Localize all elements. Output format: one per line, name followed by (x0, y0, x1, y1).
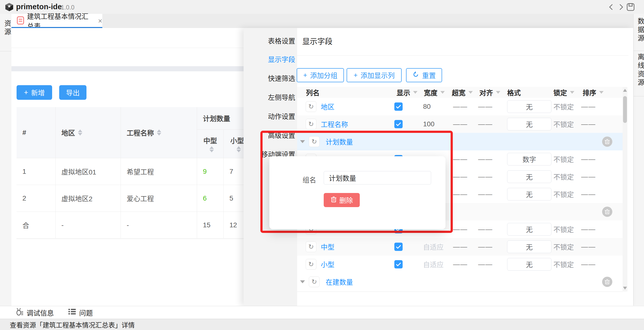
lock-value[interactable]: 不锁定 (554, 221, 574, 238)
format-select[interactable]: 无 (507, 188, 552, 201)
align-value: —— (478, 115, 493, 133)
refresh-icon[interactable]: ↻ (309, 273, 320, 291)
collapse-caret-icon[interactable] (300, 273, 305, 291)
delete-group-icon[interactable] (602, 137, 612, 147)
right-rail-item-offline[interactable]: 离线资源 (636, 53, 644, 87)
format-select[interactable]: 无 (507, 258, 552, 271)
scrollbar-thumb[interactable] (623, 96, 627, 123)
group-name-link[interactable]: 在建数量 (326, 273, 353, 291)
width-value[interactable]: 自适应 (423, 238, 444, 256)
field-name-link[interactable]: 中型 (321, 238, 334, 256)
width-value[interactable]: 100 (423, 115, 434, 133)
fields-header-width[interactable]: 宽度 (424, 87, 445, 98)
field-name-link[interactable]: 工程名称 (321, 115, 348, 133)
lock-value[interactable]: 不锁定 (554, 150, 574, 168)
delete-group-button[interactable]: 删除 (324, 193, 360, 207)
fields-header-show[interactable]: 显示 (396, 87, 418, 98)
overwide-value: —— (453, 115, 468, 133)
debug-info-button[interactable]: 调试信息 (15, 307, 54, 318)
sort-arrows-icon[interactable] (236, 146, 241, 152)
settings-menu-item[interactable]: 高级设置 (246, 130, 295, 140)
lock-value[interactable]: 不锁定 (554, 98, 574, 115)
lock-value[interactable]: 不锁定 (554, 185, 574, 203)
add-button[interactable]: + 新增 (16, 85, 52, 100)
format-select[interactable]: 无 (507, 170, 552, 183)
settings-menu-item[interactable]: 动作设置 (246, 111, 295, 121)
width-value[interactable]: 80 (423, 98, 431, 115)
tab-close-icon[interactable]: × (98, 17, 102, 24)
refresh-icon[interactable]: ↻ (306, 98, 316, 115)
sort-arrows-icon[interactable] (210, 146, 214, 152)
format-select[interactable]: 无 (507, 118, 552, 130)
plus-icon: + (24, 88, 28, 97)
field-name-link[interactable]: 地区 (321, 98, 334, 115)
scroll-up-icon[interactable] (623, 89, 627, 92)
preview-cell-index: 1 (16, 158, 56, 185)
refresh-icon[interactable]: ↻ (306, 115, 316, 133)
add-display-column-button[interactable]: + 添加显示列 (346, 68, 402, 82)
lock-value[interactable]: 不锁定 (554, 115, 574, 133)
sort-arrows-icon[interactable] (78, 129, 82, 136)
group-name-input[interactable]: 计划数量 (324, 171, 431, 184)
show-checkbox[interactable] (394, 256, 402, 273)
filter-caret-icon[interactable] (599, 91, 604, 94)
delete-group-icon[interactable] (602, 207, 612, 217)
preview-cell-project: - (121, 212, 197, 239)
preview-section-gap (12, 66, 244, 71)
delete-group-icon[interactable] (602, 277, 612, 287)
refresh-icon[interactable]: ↻ (306, 256, 316, 273)
sort-arrows-icon[interactable] (157, 129, 161, 136)
preview-col-project[interactable]: 工程名称 (121, 107, 197, 158)
show-checkbox[interactable] (394, 115, 402, 133)
filter-caret-icon[interactable] (440, 91, 445, 94)
settings-menu-item[interactable]: 快速筛选 (246, 73, 295, 83)
scroll-down-icon[interactable] (623, 287, 627, 290)
group-name-link[interactable]: 计划数量 (326, 133, 353, 150)
title-bar: primeton-ide 1.0.0 (0, 0, 644, 14)
export-button[interactable]: 导出 (59, 85, 86, 100)
filter-caret-icon[interactable] (468, 91, 473, 94)
settings-menu-title: 表格设置 (246, 36, 295, 45)
format-select[interactable]: 无 (507, 100, 552, 113)
preview-col-medium[interactable]: 中型 (197, 130, 224, 158)
filter-caret-icon[interactable] (570, 91, 574, 94)
settings-menu-item[interactable]: 左侧导航 (246, 92, 295, 102)
reset-icon (412, 71, 419, 80)
fields-header-sort[interactable]: 排序 (582, 87, 604, 98)
nav-forward-icon[interactable] (617, 3, 625, 11)
tab-summary-table[interactable]: 建筑工程基本情况汇总表 × (12, 14, 102, 28)
field-name-link[interactable]: 小型 (321, 256, 334, 273)
preview-col-region[interactable]: 地区 (56, 107, 121, 158)
format-select[interactable]: 无 (507, 240, 552, 253)
panel-divider (297, 55, 628, 56)
filter-caret-icon[interactable] (413, 91, 418, 94)
right-rail-item-datasource[interactable]: 数据源 (636, 17, 644, 43)
collapse-caret-icon[interactable] (300, 133, 305, 150)
settings-menu-item[interactable]: 显示字段 (246, 54, 295, 64)
show-checkbox[interactable] (394, 98, 402, 115)
format-select[interactable]: 无 (507, 223, 552, 236)
scrollbar[interactable] (622, 87, 628, 292)
filter-caret-icon[interactable] (496, 91, 500, 94)
save-icon[interactable] (626, 3, 635, 11)
refresh-icon[interactable]: ↻ (309, 133, 320, 150)
lock-value[interactable]: 不锁定 (554, 256, 574, 273)
issues-button[interactable]: 问题 (68, 308, 93, 318)
preview-table: #地区工程名称计划数量中型小型1虚拟地区01希望工程972虚拟地区2爱心工程65… (16, 107, 251, 239)
fields-header-overwide[interactable]: 超宽 (452, 87, 473, 98)
format-select[interactable]: 数字 (507, 153, 552, 165)
lock-value[interactable]: 不锁定 (554, 238, 574, 256)
left-rail-item-resources[interactable]: 资源 (2, 20, 12, 37)
nav-back-icon[interactable] (607, 3, 615, 11)
panel-title: 显示字段 (302, 35, 332, 46)
reset-button[interactable]: 重置 (406, 68, 442, 82)
fields-header-lock[interactable]: 锁定 (554, 87, 574, 98)
refresh-icon[interactable]: ↻ (306, 238, 316, 256)
show-checkbox[interactable] (394, 238, 402, 256)
width-value[interactable]: 自适应 (423, 256, 444, 273)
fields-header-align[interactable]: 对齐 (479, 87, 500, 98)
preview-col-index: # (16, 107, 56, 158)
add-group-button[interactable]: + 添加分组 (297, 68, 344, 82)
lock-value[interactable]: 不锁定 (554, 168, 574, 185)
fields-header-name: 列名 (306, 87, 320, 98)
